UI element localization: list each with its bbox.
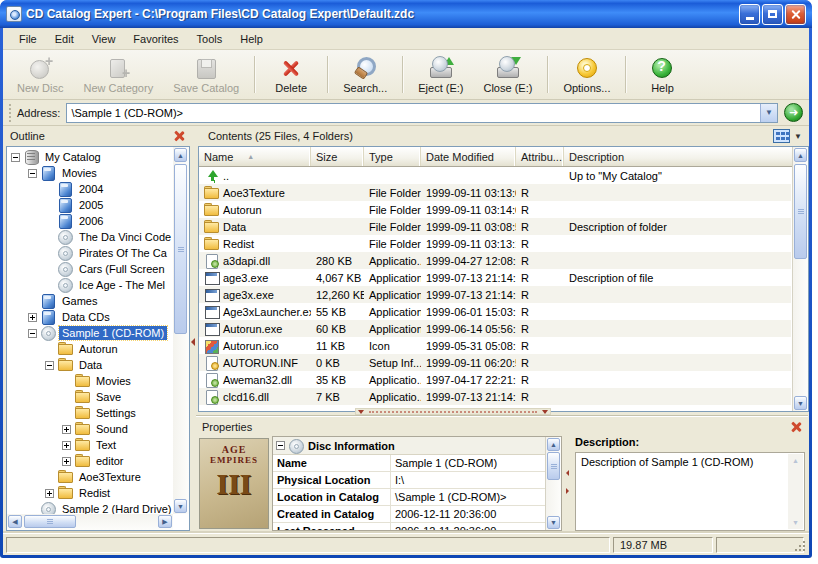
file-row-[interactable]: ..Up to "My Catalog" [199,167,791,184]
file-row-autorun[interactable]: AutorunFile Folder1999-09-11 03:14:00R [199,201,791,218]
property-row-name[interactable]: NameSample 1 (CD-ROM) [273,455,545,472]
collapse-icon[interactable] [11,153,20,162]
file-row-age3x-exe[interactable]: age3x.exe12,260 KBApplication1999-07-13 … [199,286,791,303]
list-scroll-thumb[interactable] [794,164,807,259]
property-row-created-in-catalog[interactable]: Created in Catalog2006-12-11 20:36:00 [273,506,545,523]
column-header-size[interactable]: Size [311,147,364,166]
properties-close-icon[interactable] [790,421,802,433]
pgrid-scroll-thumb[interactable] [547,452,560,480]
collapse-icon[interactable] [276,441,285,450]
outline-close-icon[interactable] [173,130,185,142]
tree-item-sample-1-cd-rom[interactable]: Sample 1 (CD-ROM) [7,325,173,341]
scroll-down-icon[interactable]: ▼ [174,499,187,513]
property-row-location-in-catalog[interactable]: Location in Catalog\Sample 1 (CD-ROM)> [273,489,545,506]
address-dropdown-button[interactable]: ▼ [760,104,777,122]
description-textbox[interactable]: Description of Sample 1 (CD-ROM) [575,452,805,531]
toolbar-button-options[interactable]: Options... [553,52,620,97]
file-row-a3dapi-dll[interactable]: a3dapi.dll280 KBApplicatio...1999-04-27 … [199,252,791,269]
tree-item-settings[interactable]: Settings [7,405,173,421]
expand-icon[interactable] [62,425,71,434]
file-row-autorun-exe[interactable]: Autorun.exe60 KBApplication1999-06-14 05… [199,320,791,337]
tree-item-ice-age-the-mel[interactable]: Ice Age - The Mel [7,277,173,293]
tree-horizontal-scrollbar[interactable]: ◀ ▶ [7,514,173,530]
file-row-clcd16-dll[interactable]: clcd16.dll7 KBApplicatio...1999-07-13 21… [199,388,791,405]
menu-item-help[interactable]: Help [232,30,271,48]
column-header-date-modified[interactable]: Date Modified [421,147,516,166]
menu-item-edit[interactable]: Edit [47,30,82,48]
tree-item-aoe3texture[interactable]: Aoe3Texture [7,469,173,485]
column-header-attribu[interactable]: Attribu... [516,147,564,166]
grid-description-splitter[interactable] [565,436,571,531]
file-row-age3-exe[interactable]: age3.exe4,067 KBApplication1999-07-13 21… [199,269,791,286]
minimize-button[interactable] [739,4,760,25]
tree-item-2006[interactable]: 2006 [7,213,173,229]
property-group-header[interactable]: Disc Information [273,437,545,455]
file-row-aoe3texture[interactable]: Aoe3TextureFile Folder1999-09-11 03:13:0… [199,184,791,201]
tree-item-pirates-of-the-ca[interactable]: Pirates Of The Ca [7,245,173,261]
collapse-icon[interactable] [28,169,37,178]
column-header-description[interactable]: Description [564,147,794,166]
file-row-data[interactable]: DataFile Folder1999-09-11 03:08:56RDescr… [199,218,791,235]
file-row-redist[interactable]: RedistFile Folder1999-09-11 03:13:12R [199,235,791,252]
collapse-icon[interactable] [45,361,54,370]
scroll-left-icon[interactable]: ◀ [8,515,22,528]
toolbar-button-delete[interactable]: Delete [260,52,322,97]
tree-item-data[interactable]: Data [7,357,173,373]
toolbar-button-eject-e[interactable]: Eject (E:) [408,52,473,97]
menu-item-favorites[interactable]: Favorites [125,30,186,48]
close-button[interactable] [785,4,806,25]
tree-item-save[interactable]: Save [7,389,173,405]
toolbar-button-search[interactable]: Search... [333,52,397,97]
tree-item-movies[interactable]: Movies [7,165,173,181]
file-row-autorun-ico[interactable]: Autorun.ico11 KBIcon1999-05-31 05:08:48R [199,337,791,354]
tree-scroll-thumb[interactable] [174,164,187,334]
address-value[interactable]: \Sample 1 (CD-ROM)> [67,107,760,119]
tree-item-data-cds[interactable]: Data CDs [7,309,173,325]
column-header-type[interactable]: Type [364,147,421,166]
expand-icon[interactable] [28,313,37,322]
tree-item-my-catalog[interactable]: My Catalog [7,149,173,165]
expand-icon[interactable] [62,457,71,466]
go-button[interactable]: ➜ [784,103,803,122]
collapse-icon[interactable] [28,329,37,338]
view-mode-dropdown-icon[interactable]: ▼ [794,132,802,141]
toolbar-gripper[interactable] [9,104,13,122]
file-row-autorun-inf[interactable]: AUTORUN.INF0 KBSetup Inf...1999-09-11 06… [199,354,791,371]
property-row-physical-location[interactable]: Physical LocationI:\ [273,472,545,489]
tree-item-movies[interactable]: Movies [7,373,173,389]
expand-icon[interactable] [62,441,71,450]
tree-item-games[interactable]: Games [7,293,173,309]
scroll-up-icon[interactable]: ▲ [174,148,187,162]
scroll-right-icon[interactable]: ▶ [158,515,172,528]
menu-item-view[interactable]: View [84,30,124,48]
tree-item-2005[interactable]: 2005 [7,197,173,213]
list-vertical-scrollbar[interactable]: ▲ ▼ [792,147,808,411]
maximize-button[interactable] [762,4,783,25]
tree-item-cars-full-screen[interactable]: Cars (Full Screen [7,261,173,277]
scroll-down-icon[interactable]: ▼ [794,396,807,410]
tree-item-text[interactable]: Text [7,437,173,453]
tree-item-sound[interactable]: Sound [7,421,173,437]
tree-item-the-da-vinci-code[interactable]: The Da Vinci Code [7,229,173,245]
tree-item-editor[interactable]: editor [7,453,173,469]
menu-item-file[interactable]: File [11,30,45,48]
tree-vertical-scrollbar[interactable]: ▲ ▼ [173,147,189,514]
toolbar-button-close-e[interactable]: Close (E:) [473,52,542,97]
column-header-name[interactable]: Name▲ [199,147,311,166]
property-row-last-rescaned[interactable]: Last Rescaned2006-12-11 20:36:00 [273,523,545,531]
scroll-up-icon[interactable]: ▲ [547,438,560,451]
expand-icon[interactable] [45,489,54,498]
file-row-aweman32-dll[interactable]: Aweman32.dll35 KBApplicatio...1997-04-17… [199,371,791,388]
view-mode-icon[interactable] [773,129,790,143]
resize-grip[interactable] [794,540,807,553]
tree-item-autorun[interactable]: Autorun [7,341,173,357]
tree-item-2004[interactable]: 2004 [7,181,173,197]
address-combobox[interactable]: \Sample 1 (CD-ROM)> ▼ [66,103,778,123]
properties-splitter[interactable] [355,408,551,415]
property-grid-scrollbar[interactable]: ▲ ▼ [545,437,561,530]
toolbar-button-help[interactable]: Help [631,52,693,97]
file-row-age3xlauncher-exe[interactable]: Age3xLauncher.exe55 KBApplication1999-06… [199,303,791,320]
description-scrollbar[interactable] [788,454,803,529]
tree-hscroll-thumb[interactable] [24,515,76,528]
scroll-up-icon[interactable]: ▲ [794,148,807,162]
